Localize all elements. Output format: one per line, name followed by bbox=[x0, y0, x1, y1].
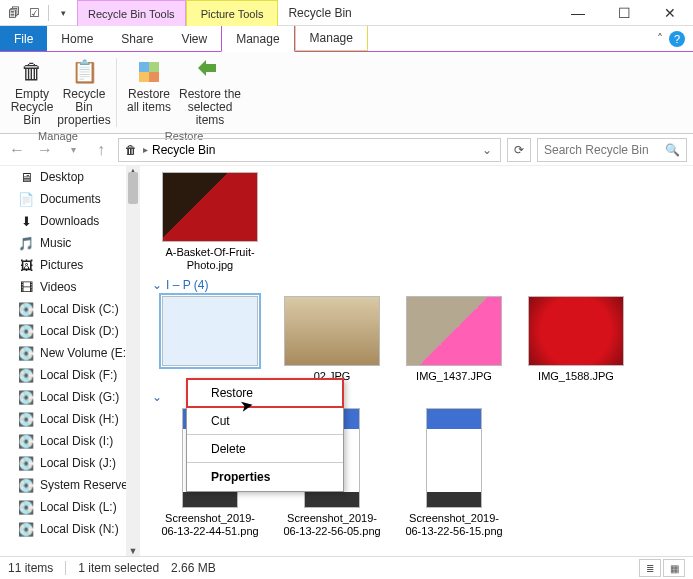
tree-item-icon: 💽 bbox=[18, 499, 34, 515]
scroll-thumb[interactable] bbox=[128, 172, 138, 204]
thumbnail bbox=[426, 408, 482, 508]
tree-item[interactable]: 🎞Videos bbox=[0, 276, 139, 298]
tree-item[interactable]: 💽Local Disk (F:) bbox=[0, 364, 139, 386]
file-name: IMG_1437.JPG bbox=[416, 370, 492, 383]
back-button[interactable]: ← bbox=[6, 139, 28, 161]
tab-home[interactable]: Home bbox=[47, 26, 107, 51]
search-icon[interactable]: 🔍 bbox=[665, 143, 680, 157]
file-name: Screenshot_2019-06-13-22-56-05.png bbox=[282, 512, 382, 538]
tree-item[interactable]: 💽Local Disk (N:) bbox=[0, 518, 139, 540]
tab-view[interactable]: View bbox=[167, 26, 221, 51]
tab-manage-pic[interactable]: Manage bbox=[295, 26, 368, 51]
details-view-button[interactable]: ≣ bbox=[639, 559, 661, 577]
tab-manage-bin[interactable]: Manage bbox=[221, 26, 294, 52]
group-header[interactable]: ⌄I – P (4) bbox=[152, 278, 693, 292]
tree-item-label: Local Disk (C:) bbox=[40, 302, 119, 316]
empty-recycle-bin-button[interactable]: 🗑 Empty Recycle Bin bbox=[8, 56, 56, 128]
tree-item[interactable]: 🖥Desktop bbox=[0, 166, 139, 188]
context-properties[interactable]: Properties bbox=[187, 463, 343, 491]
thumbnails-view-button[interactable]: ▦ bbox=[663, 559, 685, 577]
tree-item-label: Local Disk (N:) bbox=[40, 522, 119, 536]
recycle-bin-properties-button[interactable]: 📋 Recycle Bin properties bbox=[60, 56, 108, 128]
file-item[interactable] bbox=[160, 296, 260, 383]
minimize-button[interactable]: — bbox=[555, 0, 601, 26]
context-menu: Restore Cut Delete Properties bbox=[186, 378, 344, 492]
tree-item-label: Documents bbox=[40, 192, 101, 206]
tree-item-label: Downloads bbox=[40, 214, 99, 228]
tree-item-icon: 🎵 bbox=[18, 235, 34, 251]
tree-item-label: Local Disk (F:) bbox=[40, 368, 117, 382]
tree-item[interactable]: 💽Local Disk (D:) bbox=[0, 320, 139, 342]
close-button[interactable]: ✕ bbox=[647, 0, 693, 26]
tree-item-icon: 💽 bbox=[18, 301, 34, 317]
address-bar[interactable]: 🗑 ▸ Recycle Bin ⌄ bbox=[118, 138, 501, 162]
tree-item-icon: 💽 bbox=[18, 389, 34, 405]
file-item[interactable]: A-Basket-Of-Fruit-Photo.jpg bbox=[160, 172, 260, 272]
tree-item[interactable]: 💽Local Disk (I:) bbox=[0, 430, 139, 452]
tree-item[interactable]: 📄Documents bbox=[0, 188, 139, 210]
tree-item[interactable]: 💽New Volume (E:) bbox=[0, 342, 139, 364]
tabgroup-picture: Picture Tools bbox=[186, 0, 279, 26]
tab-share[interactable]: Share bbox=[107, 26, 167, 51]
tree-item[interactable]: 💽Local Disk (L:) bbox=[0, 496, 139, 518]
chevron-right-icon: ▸ bbox=[143, 144, 148, 155]
context-restore[interactable]: Restore bbox=[187, 379, 343, 407]
thumbnail bbox=[162, 172, 258, 242]
refresh-button[interactable]: ⟳ bbox=[507, 138, 531, 162]
tab-file[interactable]: File bbox=[0, 26, 47, 51]
tree-item-icon: 💽 bbox=[18, 455, 34, 471]
breadcrumb[interactable]: Recycle Bin bbox=[152, 143, 215, 157]
tree-item-icon: 🖥 bbox=[18, 169, 34, 185]
tree-item-icon: 💽 bbox=[18, 323, 34, 339]
folder-icon[interactable]: 🗐 bbox=[6, 5, 22, 21]
thumbnail bbox=[162, 296, 258, 366]
help-icon[interactable]: ? bbox=[669, 31, 685, 47]
tree-item-label: Desktop bbox=[40, 170, 84, 184]
button-label: Empty Recycle Bin bbox=[8, 88, 56, 128]
tree-item-label: Local Disk (D:) bbox=[40, 324, 119, 338]
tree-item[interactable]: 💽Local Disk (J:) bbox=[0, 452, 139, 474]
forward-button[interactable]: → bbox=[34, 139, 56, 161]
selection-size: 2.66 MB bbox=[171, 561, 216, 575]
file-item[interactable]: IMG_1437.JPG bbox=[404, 296, 504, 383]
file-item[interactable]: 02.JPG bbox=[282, 296, 382, 383]
file-name: Screenshot_2019-06-13-22-44-51.png bbox=[160, 512, 260, 538]
tree-item-label: Pictures bbox=[40, 258, 83, 272]
collapse-ribbon-icon[interactable]: ˄ bbox=[657, 32, 663, 46]
restore-all-icon bbox=[135, 56, 163, 88]
file-list[interactable]: A-Basket-Of-Fruit-Photo.jpg⌄I – P (4)02.… bbox=[140, 166, 693, 556]
search-box[interactable]: Search Recycle Bin 🔍 bbox=[537, 138, 687, 162]
scroll-down-icon[interactable]: ▼ bbox=[128, 546, 138, 556]
properties-icon[interactable]: ☑ bbox=[26, 5, 42, 21]
recent-locations-icon[interactable]: ▾ bbox=[62, 139, 84, 161]
separator bbox=[48, 5, 49, 21]
file-name: Screenshot_2019-06-13-22-56-15.png bbox=[404, 512, 504, 538]
tree-item[interactable]: 🎵Music bbox=[0, 232, 139, 254]
search-placeholder: Search Recycle Bin bbox=[544, 143, 665, 157]
tree-item[interactable]: ⬇Downloads bbox=[0, 210, 139, 232]
tree-item[interactable]: 💽System Reservec bbox=[0, 474, 139, 496]
address-dropdown-icon[interactable]: ⌄ bbox=[478, 143, 496, 157]
restore-all-button[interactable]: Restore all items bbox=[125, 56, 173, 128]
titlebar: 🗐 ☑ ▾ Recycle Bin Tools Picture Tools Re… bbox=[0, 0, 693, 26]
tree-item[interactable]: 💽Local Disk (H:) bbox=[0, 408, 139, 430]
file-name: A-Basket-Of-Fruit-Photo.jpg bbox=[160, 246, 260, 272]
file-item[interactable]: Screenshot_2019-06-13-22-56-15.png bbox=[404, 408, 504, 538]
tree-item-label: Local Disk (I:) bbox=[40, 434, 113, 448]
tree-item[interactable]: 🖼Pictures bbox=[0, 254, 139, 276]
maximize-button[interactable]: ☐ bbox=[601, 0, 647, 26]
file-item[interactable]: IMG_1588.JPG bbox=[526, 296, 626, 383]
context-cut[interactable]: Cut bbox=[187, 407, 343, 435]
selection-count: 1 item selected bbox=[78, 561, 159, 575]
restore-selected-button[interactable]: Restore the selected items bbox=[177, 56, 243, 128]
tree-scrollbar[interactable]: ▲ ▼ bbox=[126, 166, 140, 556]
button-label: Restore the selected items bbox=[177, 88, 243, 128]
customize-icon[interactable]: ▾ bbox=[55, 5, 71, 21]
navigation-pane[interactable]: 🖥Desktop📄Documents⬇Downloads🎵Music🖼Pictu… bbox=[0, 166, 140, 556]
tree-item[interactable]: 💽Local Disk (G:) bbox=[0, 386, 139, 408]
context-delete[interactable]: Delete bbox=[187, 435, 343, 463]
up-button[interactable]: ↑ bbox=[90, 139, 112, 161]
tree-item-label: Local Disk (J:) bbox=[40, 456, 116, 470]
tree-item[interactable]: 💽Local Disk (C:) bbox=[0, 298, 139, 320]
tabgroup-recycle-bin: Recycle Bin Tools bbox=[77, 0, 186, 26]
